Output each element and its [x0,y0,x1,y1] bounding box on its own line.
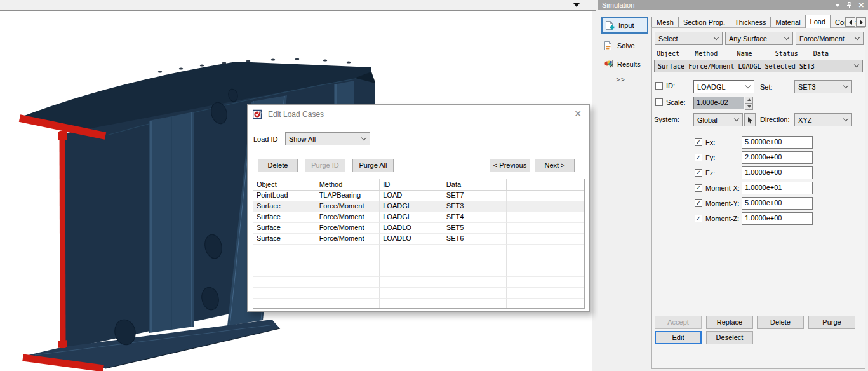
filter-combo-0[interactable]: Select [655,32,723,45]
spin-up-button[interactable] [745,97,753,104]
triangle-left-icon [849,20,852,25]
component-checkbox[interactable]: ✓ [695,215,702,222]
scale-row: Scale: [655,98,686,106]
dialog-title: Edit Load Cases [268,110,324,119]
scale-checkbox[interactable] [655,98,663,106]
filter-combo-1[interactable]: Any Surface [725,32,793,45]
id-checkbox[interactable] [655,82,663,90]
component-row-fy: ✓Fy:2.0000e+00 [695,151,813,164]
nav-solve-button[interactable]: Solve [601,38,648,53]
table-empty-row[interactable] [253,266,584,277]
nav-results-button[interactable]: Results [601,57,648,71]
tab-section-prop[interactable]: Section Prop. [678,17,730,28]
tab-scroll-right-button[interactable] [856,17,866,27]
accept-button[interactable]: Accept [655,316,702,329]
delete-button[interactable]: Delete [757,316,804,329]
tab-scroll-left-button[interactable] [845,17,855,27]
component-checkbox[interactable]: ✓ [695,169,702,177]
viewport-menu-arrow-icon[interactable] [573,3,580,7]
load-id-label: Load ID [253,135,278,143]
component-checkbox[interactable]: ✓ [695,184,702,192]
chevron-down-icon [843,83,848,88]
nav-input-button[interactable]: Input [601,17,648,34]
dialog-purge-all-button[interactable]: Purge All [352,159,394,172]
nav-results-label: Results [617,60,641,68]
table-row[interactable]: SurfaceForce/MomentLOADGLSET4 [253,212,584,223]
component-row-moment-y: ✓Moment-Y:5.0000e+00 [695,197,813,210]
table-header-row[interactable]: ObjectMethodIDData [253,179,584,191]
pin-icon [846,2,852,8]
replace-button[interactable]: Replace [706,316,753,329]
dialog-previous-button[interactable]: < Previous [490,159,530,172]
dialog-next-button[interactable]: Next > [535,159,575,172]
triangle-right-icon [860,20,863,25]
panel-titlebar[interactable]: Simulation ✕ [598,0,868,10]
direction-label: Direction: [760,116,789,123]
chevron-down-icon [734,116,739,121]
tab-material[interactable]: Material [770,17,805,28]
component-value-input[interactable]: 1.0000e+00 [742,166,813,179]
scale-input[interactable]: 1.000e-02 [693,97,744,109]
system-combo[interactable]: Global [693,113,743,126]
table-row[interactable]: SurfaceForce/MomentLOADLOSET6 [253,234,584,245]
filter-combo-row: SelectAny SurfaceForce/Moment [655,32,864,45]
panel-menu-button[interactable] [835,4,840,7]
panel-pin-button[interactable] [846,2,852,8]
direction-combo[interactable]: XYZ [794,113,852,126]
component-value-input[interactable]: 1.0000e+00 [742,212,813,225]
load-cases-table[interactable]: ObjectMethodIDDataPointLoadTLAPBearingLO… [253,179,585,309]
panel-expander-button[interactable]: >> [616,76,625,83]
component-checkbox[interactable]: ✓ [695,199,702,207]
chevron-down-icon [714,34,719,39]
table-empty-row[interactable] [253,277,584,288]
id-row: ID: [655,82,675,90]
select-cursor-icon [747,116,753,124]
filter-combo-2[interactable]: Force/Moment [796,32,864,45]
input-page-plus-icon [605,20,615,30]
dialog-purge-id-button[interactable]: Purge ID [305,159,345,172]
results-contour-icon [604,59,613,69]
dialog-close-icon[interactable]: ✕ [574,109,582,119]
dialog-titlebar[interactable]: Edit Load Cases ✕ [248,105,589,124]
table-empty-row[interactable] [253,288,584,299]
component-value-input[interactable]: 5.0000e+00 [742,136,813,149]
load-id-combo[interactable]: Show All [285,132,370,145]
set-combo[interactable]: SET3 [794,80,852,93]
table-empty-row[interactable] [253,255,584,266]
selection-list-row-combo[interactable]: Surface Force/Moment LOADGL Selected SET… [654,60,863,72]
tab-mesh[interactable]: Mesh [651,17,679,28]
table-empty-row[interactable] [253,299,584,309]
application-window: Edit Load Cases ✕ Load ID Show All Delet… [0,0,868,371]
table-empty-row[interactable] [253,245,584,255]
component-checkbox[interactable]: ✓ [695,154,702,161]
load-case-check-icon [253,109,263,119]
table-row[interactable]: SurfaceForce/MomentLOADLOSET5 [253,223,584,234]
system-picker-button[interactable] [744,113,756,126]
component-value-input[interactable]: 5.0000e+00 [742,197,813,210]
scale-spinner[interactable] [745,97,753,110]
component-checkbox[interactable]: ✓ [695,138,702,146]
chevron-down-icon [835,4,840,7]
chevron-down-icon [361,135,366,140]
component-label: Fx: [705,138,738,146]
solve-page-equals-icon [604,41,613,51]
edit-button[interactable]: Edit [655,331,702,344]
deselect-button[interactable]: Deselect [706,331,753,344]
component-value-input[interactable]: 2.0000e+00 [742,151,813,164]
component-label: Moment-Y: [705,199,738,207]
tab-load[interactable]: Load [805,15,831,28]
component-value-input[interactable]: 1.0000e+01 [742,182,813,194]
purge-button[interactable]: Purge [808,316,855,329]
table-row[interactable]: SurfaceForce/MomentLOADGLSET3 [253,201,584,212]
chevron-down-icon [745,83,751,88]
id-label: ID: [666,82,675,90]
tab-thickness[interactable]: Thickness [730,17,771,28]
component-label: Fz: [705,169,738,177]
table-row[interactable]: PointLoadTLAPBearingLOADSET7 [253,191,584,201]
panel-close-icon[interactable]: ✕ [858,1,864,10]
viewport-toolbar [0,0,596,11]
dialog-delete-button[interactable]: Delete [258,159,298,172]
spin-down-button[interactable] [745,104,753,111]
component-row-fz: ✓Fz:1.0000e+00 [695,166,813,179]
id-combo[interactable]: LOADGL [693,80,754,93]
